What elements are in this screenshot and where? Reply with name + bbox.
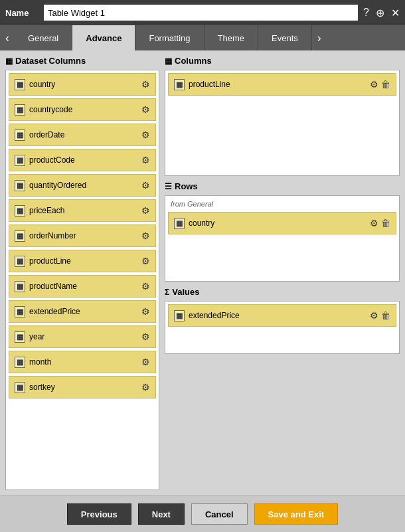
column-type-icon: ▦ <box>15 306 25 317</box>
name-label: Name <box>5 8 39 18</box>
title-bar: Name ? ⊕ ✕ <box>0 0 405 25</box>
tab-formatting[interactable]: Formatting <box>135 25 204 50</box>
rows-drop-zone[interactable]: from General ▦ country ⚙ 🗑 <box>165 195 400 282</box>
tab-general[interactable]: General <box>15 25 72 50</box>
main-content: ▦ Dataset Columns ▦ country ⚙ ▦ countryc… <box>0 50 405 495</box>
column-list: ▦ country ⚙ ▦ countrycode ⚙ ▦ orderDate … <box>5 70 159 490</box>
item-type-icon: ▦ <box>174 79 185 90</box>
column-gear-icon[interactable]: ⚙ <box>141 357 150 367</box>
column-gear-icon[interactable]: ⚙ <box>141 205 150 216</box>
column-type-icon: ▦ <box>15 180 25 191</box>
values-drop-zone[interactable]: ▦ extendedPrice ⚙ 🗑 <box>165 301 400 354</box>
left-panel: ▦ Dataset Columns ▦ country ⚙ ▦ countryc… <box>5 56 159 490</box>
list-item[interactable]: ▦ productName ⚙ <box>9 275 156 298</box>
move-icon[interactable]: ⊕ <box>376 7 384 19</box>
column-type-icon: ▦ <box>15 281 25 292</box>
item-type-icon: ▦ <box>174 218 185 229</box>
item-actions: ⚙ 🗑 <box>370 310 390 321</box>
columns-section: ▦ Columns ▦ productLine ⚙ 🗑 <box>165 56 400 176</box>
column-type-icon: ▦ <box>15 130 25 141</box>
values-section: Σ Values ▦ extendedPrice ⚙ 🗑 <box>165 287 400 354</box>
column-type-icon: ▦ <box>15 331 25 343</box>
dataset-columns-header: ▦ Dataset Columns <box>5 56 159 66</box>
next-button[interactable]: Next <box>138 503 185 525</box>
column-gear-icon[interactable]: ⚙ <box>141 382 150 393</box>
item-trash-icon[interactable]: 🗑 <box>381 310 390 321</box>
item-trash-icon[interactable]: 🗑 <box>381 218 390 228</box>
columns-section-header: ▦ Columns <box>165 56 400 66</box>
rows-section-header: ☰ Rows <box>165 181 400 191</box>
tab-events[interactable]: Events <box>258 25 312 50</box>
table-row[interactable]: ▦ extendedPrice ⚙ 🗑 <box>168 304 396 327</box>
help-icon[interactable]: ? <box>363 7 369 19</box>
column-gear-icon[interactable]: ⚙ <box>141 79 150 90</box>
title-icons: ? ⊕ ✕ <box>363 7 400 19</box>
item-type-icon: ▦ <box>174 310 185 321</box>
column-type-icon: ▦ <box>15 205 25 217</box>
column-type-icon: ▦ <box>15 155 25 166</box>
item-trash-icon[interactable]: 🗑 <box>381 79 390 90</box>
item-gear-icon[interactable]: ⚙ <box>370 218 378 228</box>
table-row[interactable]: ▦ productLine ⚙ 🗑 <box>168 73 396 96</box>
footer: Previous Next Cancel Save and Exit <box>0 495 405 532</box>
column-gear-icon[interactable]: ⚙ <box>141 130 150 140</box>
columns-drop-zone[interactable]: ▦ productLine ⚙ 🗑 <box>165 70 400 176</box>
column-gear-icon[interactable]: ⚙ <box>141 180 150 191</box>
tab-bar: ‹ General Advance Formatting Theme Event… <box>0 25 405 50</box>
column-type-icon: ▦ <box>15 382 25 393</box>
rows-section: ☰ Rows from General ▦ country ⚙ 🗑 <box>165 181 400 282</box>
column-gear-icon[interactable]: ⚙ <box>141 256 150 266</box>
column-gear-icon[interactable]: ⚙ <box>141 155 150 165</box>
column-type-icon: ▦ <box>15 79 25 90</box>
list-item[interactable]: ▦ orderDate ⚙ <box>9 124 156 146</box>
list-item[interactable]: ▦ countrycode ⚙ <box>9 98 156 121</box>
columns-section-icon: ▦ <box>165 56 172 66</box>
tab-advance[interactable]: Advance <box>72 25 135 50</box>
list-item[interactable]: ▦ sortkey ⚙ <box>9 376 156 399</box>
column-gear-icon[interactable]: ⚙ <box>141 281 150 292</box>
column-type-icon: ▦ <box>15 256 25 267</box>
column-gear-icon[interactable]: ⚙ <box>141 331 150 342</box>
widget-name-input[interactable] <box>44 5 358 21</box>
tab-theme[interactable]: Theme <box>204 25 258 50</box>
dataset-columns-icon: ▦ <box>5 56 13 66</box>
values-section-icon: Σ <box>165 288 169 297</box>
right-panel: ▦ Columns ▦ productLine ⚙ 🗑 <box>165 56 400 490</box>
tab-prev-arrow[interactable]: ‹ <box>0 25 15 50</box>
item-gear-icon[interactable]: ⚙ <box>370 79 378 90</box>
previous-button[interactable]: Previous <box>67 503 131 525</box>
column-type-icon: ▦ <box>15 104 25 116</box>
tab-next-arrow[interactable]: › <box>312 25 327 50</box>
column-type-icon: ▦ <box>15 230 25 242</box>
table-row[interactable]: ▦ country ⚙ 🗑 <box>168 212 396 234</box>
column-gear-icon[interactable]: ⚙ <box>141 230 150 241</box>
list-item[interactable]: ▦ month ⚙ <box>9 351 156 373</box>
list-item[interactable]: ▦ priceEach ⚙ <box>9 199 156 222</box>
column-gear-icon[interactable]: ⚙ <box>141 104 150 115</box>
column-type-icon: ▦ <box>15 357 25 368</box>
list-item[interactable]: ▦ orderNumber ⚙ <box>9 224 156 247</box>
list-item[interactable]: ▦ country ⚙ <box>9 73 156 96</box>
item-actions: ⚙ 🗑 <box>370 218 390 228</box>
cancel-button[interactable]: Cancel <box>191 503 248 525</box>
item-actions: ⚙ 🗑 <box>370 79 390 90</box>
list-item[interactable]: ▦ productLine ⚙ <box>9 250 156 272</box>
close-icon[interactable]: ✕ <box>391 7 400 19</box>
list-item[interactable]: ▦ year ⚙ <box>9 325 156 348</box>
rows-section-icon: ☰ <box>165 182 172 191</box>
list-item[interactable]: ▦ extendedPrice ⚙ <box>9 300 156 323</box>
save-exit-button[interactable]: Save and Exit <box>254 503 339 525</box>
list-item[interactable]: ▦ quantityOrdered ⚙ <box>9 174 156 197</box>
item-gear-icon[interactable]: ⚙ <box>370 310 378 321</box>
values-section-header: Σ Values <box>165 287 400 297</box>
column-gear-icon[interactable]: ⚙ <box>141 306 150 317</box>
window: Name ? ⊕ ✕ ‹ General Advance Formatting … <box>0 0 405 532</box>
list-item[interactable]: ▦ productCode ⚙ <box>9 149 156 171</box>
from-general-label: from General <box>168 199 396 209</box>
